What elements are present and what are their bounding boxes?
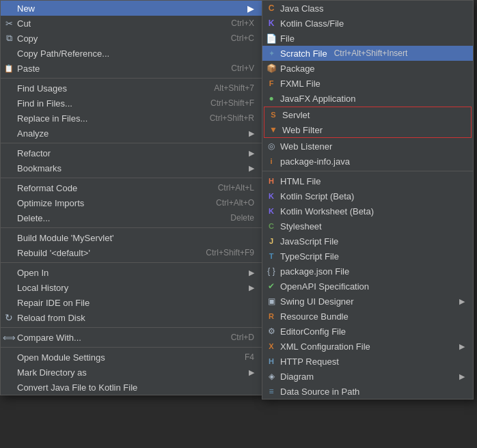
resource-bundle-icon: R	[265, 311, 277, 322]
diagram-icon: ◈	[265, 371, 277, 382]
submenu-scratch-file-shortcut: Ctrl+Alt+Shift+Insert	[334, 48, 408, 58]
menu-item-local-history-label: Local History	[17, 283, 245, 293]
menu-item-reformat-code[interactable]: Reformat Code Ctrl+Alt+L	[1, 180, 262, 195]
diagram-arrow: ▶	[459, 372, 465, 381]
submenu-package-json[interactable]: { } package.json File	[262, 264, 473, 279]
submenu-javafx-label: JavaFX Application	[280, 94, 356, 104]
refactor-arrow: ▶	[249, 149, 254, 158]
submenu-javascript-file[interactable]: J JavaScript File	[262, 234, 473, 249]
package-icon: 📦	[265, 63, 277, 74]
menu-item-reload-label: Reload from Disk	[17, 313, 254, 323]
separator-1	[1, 78, 262, 79]
menu-item-reformat-code-shortcut: Ctrl+Alt+L	[218, 183, 254, 193]
menu-item-find-usages[interactable]: Find Usages Alt+Shift+7	[1, 81, 262, 96]
editorconfig-icon: ⚙	[265, 326, 277, 337]
submenu-servlet-label: Servlet	[282, 110, 310, 120]
package-json-icon: { }	[265, 266, 277, 277]
menu-item-analyze-label: Analyze	[17, 128, 245, 139]
submenu-swing-label: Swing UI Designer	[280, 296, 354, 307]
swing-icon: ▣	[265, 296, 277, 307]
menu-item-analyze[interactable]: Analyze ▶	[1, 126, 262, 141]
menu-item-find-in-files-shortcut: Ctrl+Shift+F	[210, 98, 254, 108]
bookmarks-arrow: ▶	[249, 164, 254, 173]
separator-5	[1, 262, 262, 263]
submenu-separator-1	[262, 171, 473, 171]
menu-item-rebuild[interactable]: Rebuild '<default>' Ctrl+Shift+F9	[1, 245, 262, 260]
context-menu: New ▶ Cut Ctrl+X Copy Ctrl+C Copy Path/R…	[0, 0, 263, 395]
separator-3	[1, 178, 262, 178]
submenu-package-label: Package	[280, 64, 315, 74]
menu-item-copy[interactable]: Copy Ctrl+C	[1, 31, 262, 46]
submenu-typescript-file[interactable]: T TypeScript File	[262, 249, 473, 264]
menu-item-local-history[interactable]: Local History ▶	[1, 280, 262, 295]
menu-item-optimize-imports-label: Optimize Imports	[17, 198, 202, 208]
submenu-http-request[interactable]: H HTTP Request	[262, 354, 473, 369]
menu-item-bookmarks[interactable]: Bookmarks ▶	[1, 160, 262, 176]
menu-item-bookmarks-label: Bookmarks	[17, 163, 245, 173]
menu-item-new-arrow: ▶	[247, 3, 254, 14]
menu-item-compare-with[interactable]: Compare With... Ctrl+D	[1, 330, 262, 345]
menu-item-new-label: New	[17, 3, 247, 14]
submenu-stylesheet[interactable]: C Stylesheet	[262, 219, 473, 234]
submenu-package-info[interactable]: i package-info.java	[262, 154, 473, 169]
menu-item-replace-in-files[interactable]: Replace in Files... Ctrl+Shift+R	[1, 111, 262, 126]
menu-item-build-module[interactable]: Build Module 'MyServlet'	[1, 230, 262, 245]
menu-item-refactor[interactable]: Refactor ▶	[1, 145, 262, 160]
submenu-web-filter[interactable]: ▼ Web Filter	[264, 122, 471, 137]
open-in-arrow: ▶	[249, 268, 254, 277]
submenu-swing-ui[interactable]: ▣ Swing UI Designer ▶	[262, 294, 473, 309]
file-icon: 📄	[265, 33, 277, 44]
submenu-file[interactable]: 📄 File	[262, 31, 473, 46]
submenu-xml-config[interactable]: X XML Configuration File ▶	[262, 339, 473, 354]
menu-item-open-module-settings-shortcut: F4	[245, 352, 254, 362]
kotlin-class-icon: K	[265, 18, 277, 29]
reload-icon	[3, 312, 14, 323]
html-icon: H	[265, 176, 277, 186]
menu-item-reformat-code-label: Reformat Code	[17, 183, 204, 193]
submenu-fxml-file[interactable]: F FXML File	[262, 76, 473, 91]
submenu-resource-bundle-label: Resource Bundle	[280, 311, 349, 322]
submenu-editorconfig[interactable]: ⚙ EditorConfig File	[262, 324, 473, 339]
separator-7	[1, 347, 262, 348]
http-request-icon: H	[265, 356, 277, 367]
menu-item-cut-label: Cut	[17, 18, 217, 29]
menu-item-reload-from-disk[interactable]: Reload from Disk	[1, 310, 262, 325]
menu-item-open-module-settings[interactable]: Open Module Settings F4	[1, 350, 262, 365]
submenu-javafx-app[interactable]: ● JavaFX Application	[262, 91, 473, 106]
submenu-package-info-label: package-info.java	[280, 156, 350, 167]
submenu-package[interactable]: 📦 Package	[262, 61, 473, 76]
submenu-resource-bundle[interactable]: R Resource Bundle	[262, 309, 473, 324]
submenu-kotlin-class[interactable]: K Kotlin Class/File	[262, 16, 473, 31]
menu-item-mark-directory[interactable]: Mark Directory as ▶	[1, 365, 262, 380]
menu-item-delete-shortcut: Delete	[230, 213, 254, 223]
menu-item-repair-ide[interactable]: Repair IDE on File	[1, 295, 262, 310]
menu-item-find-in-files[interactable]: Find in Files... Ctrl+Shift+F	[1, 96, 262, 111]
submenu-diagram[interactable]: ◈ Diagram ▶	[262, 369, 473, 384]
submenu-kotlin-script[interactable]: K Kotlin Script (Beta)	[262, 188, 473, 204]
submenu-scratch-file[interactable]: ✦ Scratch File Ctrl+Alt+Shift+Insert	[262, 46, 473, 61]
menu-item-cut[interactable]: Cut Ctrl+X	[1, 16, 262, 31]
submenu-openapi[interactable]: ✔ OpenAPI Specification	[262, 279, 473, 294]
submenu-html-file[interactable]: H HTML File	[262, 173, 473, 188]
submenu-datasource[interactable]: ≡ Data Source in Path	[262, 384, 473, 399]
submenu-web-listener[interactable]: ◎ Web Listener	[262, 139, 473, 154]
submenu-java-class[interactable]: C Java Class	[262, 1, 473, 16]
submenu-kotlin-worksheet[interactable]: K Kotlin Worksheet (Beta)	[262, 204, 473, 219]
menu-item-new[interactable]: New ▶	[1, 1, 262, 16]
menu-item-open-in[interactable]: Open In ▶	[1, 265, 262, 280]
menu-item-copy-path-label: Copy Path/Reference...	[17, 48, 254, 59]
submenu-web-listener-label: Web Listener	[280, 141, 332, 152]
submenu-servlet[interactable]: S Servlet	[264, 107, 471, 122]
xml-config-icon: X	[265, 341, 277, 352]
submenu-diagram-label: Diagram	[280, 372, 314, 382]
servlet-group: S Servlet ▼ Web Filter	[264, 107, 472, 138]
menu-item-copy-path[interactable]: Copy Path/Reference...	[1, 46, 262, 61]
menu-item-rebuild-label: Rebuild '<default>'	[17, 248, 192, 258]
mark-directory-arrow: ▶	[249, 368, 254, 377]
menu-item-optimize-imports-shortcut: Ctrl+Alt+O	[216, 198, 254, 208]
menu-item-delete[interactable]: Delete... Delete	[1, 210, 262, 225]
menu-item-paste[interactable]: Paste Ctrl+V	[1, 61, 262, 76]
menu-item-convert-java[interactable]: Convert Java File to Kotlin File	[1, 380, 262, 395]
java-class-icon: C	[265, 3, 277, 14]
menu-item-optimize-imports[interactable]: Optimize Imports Ctrl+Alt+O	[1, 195, 262, 210]
